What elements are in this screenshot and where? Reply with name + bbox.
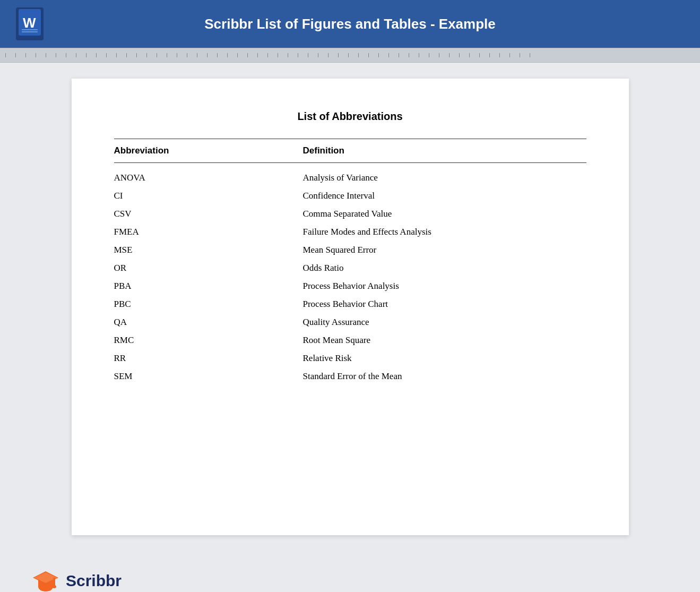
ruler-tick — [288, 53, 288, 57]
page-title-header: Scribbr List of Figures and Tables - Exa… — [54, 16, 646, 32]
ruler-tick — [5, 53, 6, 57]
definition-cell: Relative Risk — [303, 349, 586, 367]
table-row: PBAProcess Behavior Analysis — [114, 277, 586, 295]
word-icon-letter: W — [19, 9, 41, 39]
ruler-tick — [298, 53, 298, 57]
col-definition-header: Definition — [303, 139, 586, 163]
ruler-tick — [157, 53, 157, 57]
ruler-tick — [197, 53, 197, 57]
ruler-tick — [348, 53, 349, 57]
ruler-tick — [76, 53, 76, 57]
definition-cell: Quality Assurance — [303, 313, 586, 331]
table-row: ANOVAAnalysis of Variance — [114, 163, 586, 187]
table-row: RMCRoot Mean Square — [114, 331, 586, 349]
abbreviation-cell: MSE — [114, 241, 303, 259]
abbreviation-cell: OR — [114, 259, 303, 277]
svg-text:W: W — [23, 15, 36, 31]
table-row: OROdds Ratio — [114, 259, 586, 277]
ruler-tick — [167, 53, 167, 57]
ruler-tick — [237, 53, 238, 57]
definition-cell: Failure Modes and Effects Analysis — [303, 223, 586, 241]
scribbr-brand-name: Scribbr — [66, 572, 122, 590]
abbreviation-cell: FMEA — [114, 223, 303, 241]
ruler-tick — [46, 53, 46, 57]
ruler-tick — [15, 53, 16, 57]
ruler — [0, 48, 700, 63]
ruler-tick — [479, 53, 480, 57]
footer: Scribbr — [0, 556, 700, 592]
abbreviation-cell: RMC — [114, 331, 303, 349]
abbreviations-table: Abbreviation Definition ANOVAAnalysis of… — [114, 139, 586, 385]
ruler-tick — [388, 53, 389, 57]
ruler-tick — [56, 53, 56, 57]
ruler-tick — [449, 53, 450, 57]
scribbr-hat-icon — [32, 567, 59, 592]
svg-rect-2 — [22, 29, 38, 30]
svg-rect-3 — [22, 31, 38, 32]
definition-cell: Mean Squared Error — [303, 241, 586, 259]
ruler-tick — [36, 53, 36, 57]
table-row: QAQuality Assurance — [114, 313, 586, 331]
definition-cell: Odds Ratio — [303, 259, 586, 277]
ruler-tick — [499, 53, 500, 57]
svg-rect-6 — [53, 578, 55, 586]
ruler-tick — [66, 53, 66, 57]
ruler-tick — [278, 53, 278, 57]
ruler-tick — [126, 53, 127, 57]
abbreviation-cell: CSV — [114, 205, 303, 223]
abbreviation-cell: PBC — [114, 295, 303, 313]
ruler-tick — [146, 53, 147, 57]
definition-cell: Analysis of Variance — [303, 163, 586, 187]
definition-cell: Process Behavior Analysis — [303, 277, 586, 295]
ruler-tick — [358, 53, 359, 57]
definition-cell: Process Behavior Chart — [303, 295, 586, 313]
ruler-tick — [318, 53, 318, 57]
ruler-tick — [489, 53, 490, 57]
table-row: MSEMean Squared Error — [114, 241, 586, 259]
abbreviation-cell: QA — [114, 313, 303, 331]
col-abbreviation-header: Abbreviation — [114, 139, 303, 163]
ruler-tick — [106, 53, 107, 57]
abbreviation-cell: RR — [114, 349, 303, 367]
definition-cell: Confidence Interval — [303, 187, 586, 205]
table-row: SEMStandard Error of the Mean — [114, 367, 586, 385]
ruler-tick — [177, 53, 177, 57]
abbreviation-cell: CI — [114, 187, 303, 205]
table-row: CSVComma Separated Value — [114, 205, 586, 223]
ruler-tick — [409, 53, 409, 57]
ruler-tick — [267, 53, 268, 57]
ruler-tick — [187, 53, 187, 57]
ruler-tick — [247, 53, 248, 57]
ruler-tick — [116, 53, 117, 57]
scribbr-logo: Scribbr — [32, 567, 122, 592]
ruler-tick — [439, 53, 439, 57]
definition-cell: Root Mean Square — [303, 331, 586, 349]
table-row: PBCProcess Behavior Chart — [114, 295, 586, 313]
document-page: List of Abbreviations Abbreviation Defin… — [72, 79, 629, 535]
ruler-tick — [419, 53, 419, 57]
abbreviation-cell: PBA — [114, 277, 303, 295]
ruler-tick — [227, 53, 228, 57]
ruler-tick — [469, 53, 470, 57]
ruler-tick — [328, 53, 329, 57]
table-row: FMEAFailure Modes and Effects Analysis — [114, 223, 586, 241]
ruler-tick — [509, 53, 510, 57]
ruler-tick — [520, 53, 520, 57]
ruler-tick — [530, 53, 530, 57]
ruler-tick — [217, 53, 218, 57]
definition-cell: Comma Separated Value — [303, 205, 586, 223]
abbreviation-cell: SEM — [114, 367, 303, 385]
ruler-tick — [86, 53, 87, 57]
abbreviation-cell: ANOVA — [114, 163, 303, 187]
ruler-tick — [459, 53, 460, 57]
ruler-tick — [207, 53, 208, 57]
ruler-tick — [136, 53, 137, 57]
ruler-tick — [368, 53, 369, 57]
ruler-tick — [429, 53, 429, 57]
document-title: List of Abbreviations — [114, 110, 586, 123]
word-icon: W — [16, 7, 44, 40]
definition-cell: Standard Error of the Mean — [303, 367, 586, 385]
table-row: RRRelative Risk — [114, 349, 586, 367]
ruler-tick — [257, 53, 258, 57]
ruler-tick — [308, 53, 308, 57]
